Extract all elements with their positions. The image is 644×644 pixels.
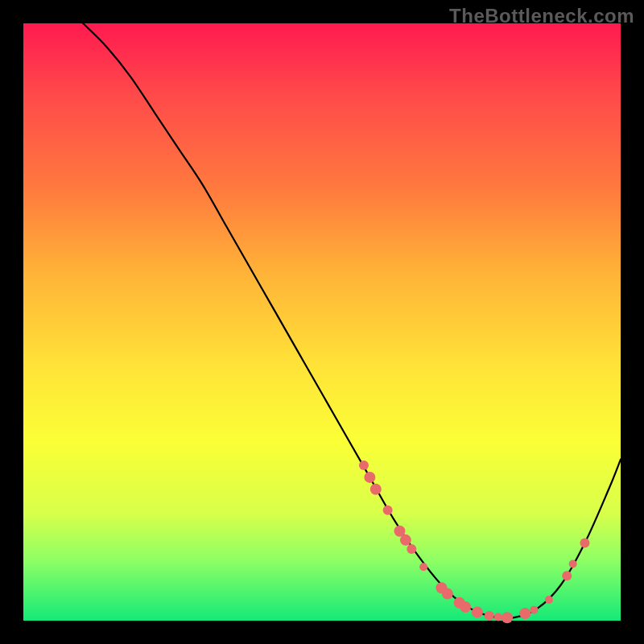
- highlight-marker: [530, 606, 538, 614]
- highlight-marker: [562, 571, 572, 580]
- highlight-marker: [442, 588, 453, 600]
- bottleneck-curve: [83, 23, 621, 618]
- highlight-marker: [364, 472, 375, 483]
- highlight-marker: [569, 560, 577, 568]
- highlight-marker: [370, 484, 382, 495]
- plot-area: [23, 23, 621, 621]
- highlight-marker: [545, 596, 553, 604]
- highlight-marker: [407, 544, 416, 554]
- highlight-marker: [460, 601, 471, 613]
- highlight-marker: [400, 535, 411, 546]
- watermark-label: TheBottleneck.com: [449, 5, 634, 27]
- highlight-marker: [494, 613, 502, 621]
- highlight-marker: [472, 607, 483, 618]
- highlight-marker: [485, 611, 494, 621]
- highlight-markers: [359, 460, 590, 623]
- chart-frame: TheBottleneck.com: [0, 0, 644, 644]
- chart-svg: [23, 23, 621, 621]
- highlight-marker: [502, 612, 513, 623]
- highlight-marker: [419, 563, 427, 571]
- highlight-marker: [580, 539, 589, 548]
- highlight-marker: [519, 608, 530, 619]
- highlight-marker: [383, 506, 393, 515]
- highlight-marker: [359, 460, 369, 470]
